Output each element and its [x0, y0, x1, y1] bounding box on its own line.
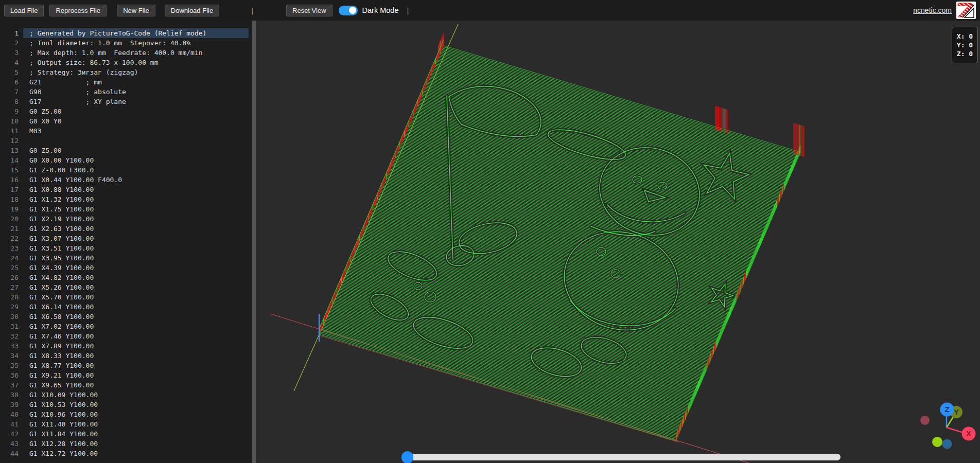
gizmo-neg-y-ball[interactable] — [932, 437, 942, 447]
gcode-line[interactable]: 24G1 X3.95 Y100.00 — [0, 253, 249, 263]
gcode-line[interactable]: 10G0 X0 Y0 — [0, 116, 249, 126]
toolpath-geometry — [337, 294, 693, 401]
toolpath-geometry — [319, 334, 676, 441]
gcode-line[interactable]: 9G0 Z5.00 — [0, 106, 249, 116]
gcode-line[interactable]: 7G90 ; absolute — [0, 87, 249, 97]
gcode-line[interactable]: 27G1 X5.26 Y100.00 — [0, 282, 249, 292]
gcode-line[interactable]: 3; Max depth: 1.0 mm Feedrate: 400.0 mm/… — [0, 48, 249, 58]
gizmo-neg-z-ball[interactable] — [942, 439, 952, 449]
toolpath-geometry — [359, 242, 715, 348]
gcode-line[interactable]: 33G1 X7.89 Y100.00 — [0, 341, 249, 351]
gcode-line[interactable]: 31G1 X7.02 Y100.00 — [0, 322, 249, 331]
gcode-line[interactable]: 43G1 X12.28 Y100.00 — [0, 439, 249, 449]
line-text: G1 X2.19 Y100.00 — [23, 214, 249, 224]
line-text: G1 X12.28 Y100.00 — [23, 439, 249, 449]
coord-y: Y: 0 — [956, 41, 973, 49]
line-text: G1 X7.46 Y100.00 — [23, 331, 249, 341]
gcode-line[interactable]: 30G1 X6.58 Y100.00 — [0, 312, 249, 322]
editor-divider[interactable] — [252, 21, 256, 463]
line-number: 12 — [0, 136, 19, 146]
line-text: G1 X10.96 Y100.00 — [23, 409, 249, 419]
gcode-line[interactable]: 23G1 X3.51 Y100.00 — [0, 243, 249, 253]
toolpath-3d-view[interactable] — [256, 21, 980, 463]
gcode-line[interactable]: 39G1 X10.53 Y100.00 — [0, 400, 249, 409]
line-text: G0 X0.00 Y100.00 — [23, 155, 249, 165]
toolpath-geometry — [381, 191, 738, 298]
new-file-button[interactable]: New File — [117, 5, 155, 16]
gcode-line[interactable]: 14G0 X0.00 Y100.00 — [0, 155, 249, 165]
gcode-line[interactable]: 2; Tool diameter: 1.0 mm Stepover: 40.0% — [0, 38, 249, 48]
progress-slider-track[interactable] — [408, 454, 841, 460]
gcode-line[interactable]: 44G1 X12.72 Y100.00 — [0, 449, 249, 458]
line-text: G1 X3.51 Y100.00 — [23, 243, 249, 253]
gcode-line[interactable]: 12 — [0, 136, 249, 146]
line-number: 5 — [0, 67, 19, 77]
line-number: 37 — [0, 380, 19, 390]
line-number: 29 — [0, 302, 19, 312]
line-number: 27 — [0, 282, 19, 292]
toolpath-geometry — [344, 277, 701, 384]
gcode-line[interactable]: 19G1 X1.75 Y100.00 — [0, 204, 249, 214]
progress-slider-thumb[interactable] — [401, 451, 413, 463]
load-file-button[interactable]: Load File — [4, 5, 44, 16]
line-number: 14 — [0, 155, 19, 165]
gcode-line[interactable]: 11M03 — [0, 126, 249, 136]
line-number: 33 — [0, 341, 19, 351]
gcode-line[interactable]: 32G1 X7.46 Y100.00 — [0, 331, 249, 341]
reset-view-button[interactable]: Reset View — [286, 5, 332, 16]
gcode-line[interactable]: 20G1 X2.19 Y100.00 — [0, 214, 249, 224]
toolpath-geometry — [326, 317, 683, 424]
gcode-line[interactable]: 25G1 X4.39 Y100.00 — [0, 263, 249, 273]
gcode-editor[interactable]: 1; Generated by PictureToG-Code (Relief … — [0, 21, 252, 463]
gcode-line[interactable]: 34G1 X8.33 Y100.00 — [0, 351, 249, 361]
toolpath-geometry — [425, 90, 781, 197]
toolpath-geometry — [408, 129, 764, 235]
gcode-line[interactable]: 21G1 X2.63 Y100.00 — [0, 224, 249, 234]
download-file-button[interactable]: Download File — [165, 5, 219, 16]
gcode-line[interactable]: 42G1 X11.84 Y100.00 — [0, 429, 249, 439]
view-orientation-gizmo[interactable]: Y Z X — [911, 395, 980, 463]
ncnetic-link[interactable]: ncnetic.com — [913, 6, 952, 14]
line-text: G1 X1.75 Y100.00 — [23, 204, 249, 214]
gcode-line[interactable]: 41G1 X11.40 Y100.00 — [0, 419, 249, 429]
dark-mode-toggle[interactable] — [339, 6, 358, 15]
toolpath-geometry — [431, 76, 787, 182]
gcode-line[interactable]: 16G1 X0.44 Y100.00 F400.0 — [0, 175, 249, 185]
gcode-line[interactable]: 38G1 X10.09 Y100.00 — [0, 390, 249, 400]
gcode-line[interactable]: 28G1 X5.70 Y100.00 — [0, 292, 249, 302]
line-text: G21 ; mm — [23, 77, 249, 87]
line-number: 9 — [0, 106, 19, 116]
ncnetic-logo[interactable] — [956, 2, 976, 19]
toolpath-geometry — [443, 48, 799, 155]
line-text: G1 X3.95 Y100.00 — [23, 253, 249, 263]
toolpath-geometry — [354, 254, 711, 360]
gcode-line[interactable]: 4; Output size: 86.73 x 100.00 mm — [0, 58, 249, 67]
line-number: 23 — [0, 243, 19, 253]
gcode-line[interactable]: 13G0 Z5.00 — [0, 146, 249, 155]
line-text: G1 X11.84 Y100.00 — [23, 429, 249, 439]
gcode-line[interactable]: 1; Generated by PictureToG-Code (Relief … — [0, 28, 249, 38]
reprocess-file-button[interactable]: Reprocess File — [49, 5, 107, 16]
gcode-line[interactable]: 5; Strategy: Зигзаг (zigzag) — [0, 67, 249, 77]
toolpath-geometry — [362, 234, 719, 341]
gcode-line[interactable]: 15G1 Z-0.00 F300.0 — [0, 165, 249, 175]
gcode-line[interactable]: 37G1 X9.65 Y100.00 — [0, 380, 249, 390]
gcode-line[interactable]: 22G1 X3.07 Y100.00 — [0, 234, 249, 243]
line-text: G1 Z-0.00 F300.0 — [23, 165, 249, 175]
gcode-line[interactable]: 40G1 X10.96 Y100.00 — [0, 409, 249, 419]
toolpath-geometry — [321, 330, 677, 437]
gcode-line[interactable]: 17G1 X0.88 Y100.00 — [0, 185, 249, 194]
line-number: 40 — [0, 409, 19, 419]
toolpath-geometry — [425, 88, 782, 195]
gcode-line[interactable]: 6G21 ; mm — [0, 77, 249, 87]
line-text: G1 X9.21 Y100.00 — [23, 370, 249, 380]
gcode-line[interactable]: 29G1 X6.14 Y100.00 — [0, 302, 249, 312]
gcode-line[interactable]: 18G1 X1.32 Y100.00 — [0, 194, 249, 204]
gcode-line[interactable]: 8G17 ; XY plane — [0, 97, 249, 106]
gcode-line[interactable]: 26G1 X4.82 Y100.00 — [0, 273, 249, 282]
gizmo-y-label: Y — [954, 407, 959, 416]
gcode-line[interactable]: 36G1 X9.21 Y100.00 — [0, 370, 249, 380]
gcode-line[interactable]: 35G1 X8.77 Y100.00 — [0, 361, 249, 370]
toolpath-geometry — [436, 62, 793, 169]
gizmo-neg-x-ball[interactable] — [920, 416, 930, 425]
